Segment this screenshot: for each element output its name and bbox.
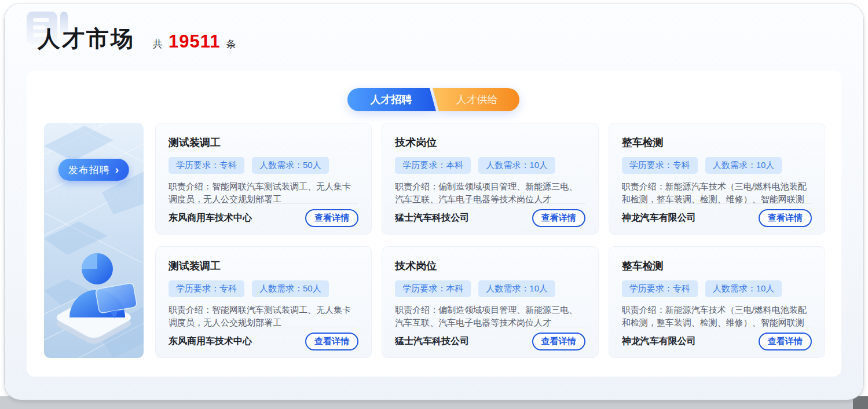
view-details-button[interactable]: 查看详情	[759, 209, 812, 227]
job-card: 技术岗位 学历要求：本科 人数需求：10人 职责介绍：偏制造领域项目管理、新能源…	[382, 123, 598, 235]
education-tag: 学历要求：专科	[622, 157, 698, 174]
headcount-tag: 人数需求：10人	[705, 157, 782, 174]
illustration-panel: 发布招聘 ›	[44, 123, 144, 358]
job-card: 测试装调工 学历要求：专科 人数需求：50人 职责介绍：智能网联汽车测试装调工、…	[155, 123, 372, 235]
education-tag: 学历要求：专科	[622, 280, 698, 297]
page-title: 人才市场	[38, 23, 135, 54]
company-name: 神龙汽车有限公司	[622, 212, 696, 224]
total-count: 共 19511 条	[153, 31, 236, 52]
headcount-tag: 人数需求：50人	[252, 157, 329, 174]
view-details-button[interactable]: 查看详情	[532, 209, 585, 227]
headcount-tag: 人数需求：10人	[478, 157, 555, 174]
count-value: 19511	[169, 31, 221, 52]
company-name: 东风商用车技术中心	[169, 335, 252, 348]
view-details-button[interactable]: 查看详情	[305, 333, 358, 350]
count-suffix: 条	[226, 38, 236, 51]
publish-button-label: 发布招聘	[68, 163, 110, 177]
publish-recruitment-button[interactable]: 发布招聘 ›	[58, 159, 129, 181]
headcount-tag: 人数需求：10人	[478, 280, 555, 297]
tab-talent-supply[interactable]: 人才供给	[434, 88, 520, 111]
job-title: 整车检测	[622, 136, 812, 149]
education-tag: 学历要求：专科	[169, 157, 244, 174]
job-title: 技术岗位	[395, 136, 585, 149]
talent-market-page: 人才市场 共 19511 条 人才招聘	[5, 3, 863, 400]
education-tag: 学历要求：本科	[395, 280, 471, 297]
job-description: 职责介绍：新能源汽车技术（三电/燃料电池装配和检测，整车装调、检测、维修）、智能…	[622, 304, 812, 327]
education-tag: 学历要求：专科	[169, 280, 244, 297]
headcount-tag: 人数需求：50人	[252, 280, 329, 297]
job-title: 测试装调工	[169, 136, 358, 149]
main-panel: 人才招聘 人才供给	[27, 71, 841, 377]
headcount-tag: 人数需求：10人	[705, 280, 782, 297]
chevron-right-icon: ›	[115, 164, 119, 176]
company-name: 猛士汽车科技公司	[395, 335, 469, 348]
job-card: 整车检测 学历要求：专科 人数需求：10人 职责介绍：新能源汽车技术（三电/燃料…	[609, 123, 825, 235]
job-description: 职责介绍：智能网联汽车测试装调工、无人集卡调度员，无人公交规划部署工	[169, 180, 358, 203]
base-bar-corner	[853, 396, 868, 409]
job-title: 整车检测	[622, 259, 812, 273]
tab-bar: 人才招聘 人才供给	[347, 88, 521, 111]
content-area: 发布招聘 › 测试装调工 学历要求：专科 人数需求：50人 职责介绍：智能网联汽…	[27, 94, 841, 358]
job-description: 职责介绍：新能源汽车技术（三电/燃料电池装配和检测，整车装调、检测、维修）、智能…	[622, 180, 812, 203]
view-details-button[interactable]: 查看详情	[759, 333, 812, 350]
company-name: 东风商用车技术中心	[169, 212, 252, 224]
view-details-button[interactable]: 查看详情	[532, 333, 585, 350]
job-card: 技术岗位 学历要求：本科 人数需求：10人 职责介绍：偏制造领域项目管理、新能源…	[382, 246, 598, 358]
page-header: 人才市场 共 19511 条	[27, 16, 863, 54]
job-card: 测试装调工 学历要求：专科 人数需求：50人 职责介绍：智能网联汽车测试装调工、…	[155, 246, 372, 358]
tab-talent-recruitment[interactable]: 人才招聘	[347, 88, 435, 111]
job-description: 职责介绍：智能网联汽车测试装调工、无人集卡调度员，无人公交规划部署工	[169, 304, 358, 327]
job-card-grid: 测试装调工 学历要求：专科 人数需求：50人 职责介绍：智能网联汽车测试装调工、…	[155, 123, 825, 358]
company-name: 神龙汽车有限公司	[622, 335, 696, 348]
job-title: 技术岗位	[395, 259, 585, 273]
recruiter-illustration	[44, 123, 144, 358]
view-details-button[interactable]: 查看详情	[305, 209, 358, 227]
company-name: 猛士汽车科技公司	[395, 212, 469, 224]
job-card: 整车检测 学历要求：专科 人数需求：10人 职责介绍：新能源汽车技术（三电/燃料…	[609, 246, 825, 358]
count-prefix: 共	[153, 38, 163, 51]
job-description: 职责介绍：偏制造领域项目管理、新能源三电、汽车互联、汽车电子电器等技术岗位人才	[395, 304, 585, 327]
education-tag: 学历要求：本科	[395, 157, 471, 174]
job-title: 测试装调工	[169, 259, 358, 273]
job-description: 职责介绍：偏制造领域项目管理、新能源三电、汽车互联、汽车电子电器等技术岗位人才	[395, 180, 585, 203]
